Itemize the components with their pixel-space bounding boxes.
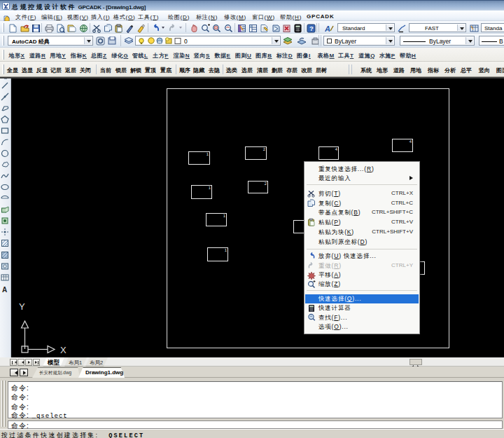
svg-text:X: X (60, 345, 66, 355)
svg-text:0: 0 (184, 38, 188, 45)
svg-text:A: A (325, 25, 330, 33)
svg-text:A: A (2, 285, 7, 293)
svg-text:Y: Y (19, 301, 25, 312)
svg-text:?: ? (309, 25, 314, 32)
